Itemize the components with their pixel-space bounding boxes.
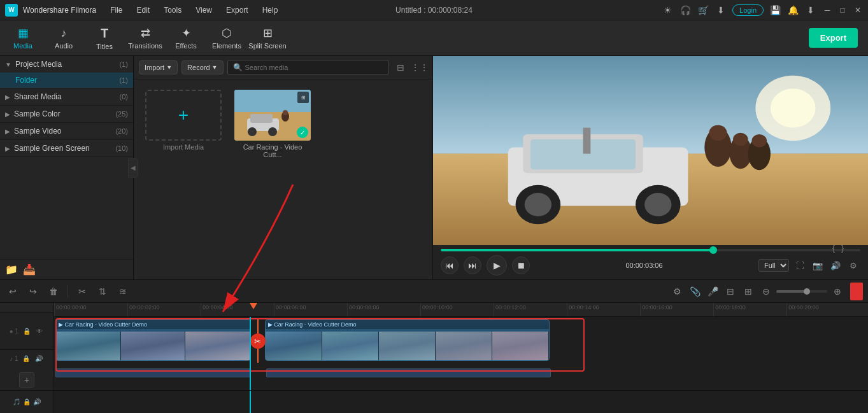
menu-edit[interactable]: Edit <box>134 4 153 16</box>
section-header-sample-video[interactable]: ▶ Sample Video (20) <box>0 123 133 139</box>
settings-icon[interactable]: ⚙ <box>669 284 685 299</box>
toolbar-split-screen[interactable]: ⊞ Split Screen <box>247 22 288 55</box>
audio-lock: 🔒 <box>23 398 31 405</box>
import-media-item[interactable]: + Import Media <box>139 85 228 156</box>
thumb-check-icon: ✓ <box>297 127 308 138</box>
step-back-button[interactable]: ⏭ <box>464 256 481 274</box>
cut-button[interactable]: ✂ <box>75 284 90 299</box>
grid-view-icon[interactable]: ⋮⋮ <box>412 60 427 75</box>
clip-2-label: ▶ Car Racing - Video Cutter Demo <box>266 320 549 329</box>
timeline-icon[interactable]: ⊟ <box>723 284 738 299</box>
mic-icon[interactable]: 🎤 <box>705 284 720 299</box>
save-icon[interactable]: 💾 <box>769 4 781 17</box>
section-header-shared-media[interactable]: ▶ Shared Media (0) <box>0 88 133 105</box>
clip-1[interactable]: ▶ Car Racing - Video Cutter Demo <box>55 319 251 361</box>
effects-toolbar-label: Effects <box>175 42 196 50</box>
progress-track[interactable]: { } <box>441 249 860 251</box>
section-header-sample-green-screen[interactable]: ▶ Sample Green Screen (10) <box>0 140 133 157</box>
audio-mute-icon[interactable]: 🔊 <box>34 353 44 363</box>
minimize-button[interactable]: ─ <box>822 5 832 15</box>
toolbar-audio[interactable]: ♪ Audio <box>43 22 84 55</box>
waveform-button[interactable]: ≋ <box>115 284 131 299</box>
new-folder-icon[interactable]: 📁 <box>5 263 18 276</box>
menu-file[interactable]: File <box>108 4 125 16</box>
shared-media-count: (0) <box>120 93 128 101</box>
search-input[interactable] <box>245 64 384 71</box>
eye-icon[interactable]: 👁 <box>34 326 45 336</box>
section-sample-video: ▶ Sample Video (20) <box>0 123 133 140</box>
search-icon: 🔍 <box>233 63 243 72</box>
delete-button[interactable]: 🗑 <box>46 284 61 299</box>
progress-fill <box>441 249 713 251</box>
ruler-mark-1: 00:00:02:00 <box>127 303 160 316</box>
menu-help[interactable]: Help <box>260 4 281 16</box>
headphone-icon[interactable]: 🎧 <box>679 4 692 17</box>
plus-zoom-icon[interactable]: ⊕ <box>830 284 845 299</box>
svg-point-10 <box>771 88 816 127</box>
sun-icon[interactable]: ☀ <box>661 4 674 17</box>
menu-export[interactable]: Export <box>224 4 251 16</box>
title-bar: W Wondershare Filmora File Edit Tools Vi… <box>0 0 868 20</box>
section-header-sample-color[interactable]: ▶ Sample Color (25) <box>0 106 133 122</box>
download-icon[interactable]: ⬇ <box>715 4 727 17</box>
marker-button[interactable] <box>850 283 863 300</box>
record-button[interactable]: Record ▼ <box>181 60 223 74</box>
panel-bottom-controls: 📁 📥 <box>0 259 133 279</box>
import-icon[interactable]: 📥 <box>23 263 36 276</box>
login-button[interactable]: Login <box>732 4 764 16</box>
close-button[interactable]: ✕ <box>853 5 863 15</box>
clip-2[interactable]: ▶ Car Racing - Video Cutter Demo <box>265 319 550 361</box>
overlay-icon[interactable]: ⊞ <box>741 284 756 299</box>
left-panel: ▼ Project Media (1) Folder (1) ▶ Shared … <box>0 56 134 279</box>
toolbar-elements[interactable]: ⬡ Elements <box>206 22 247 55</box>
export-button[interactable]: Export <box>809 28 858 48</box>
toolbar-transitions[interactable]: ⇄ Transitions <box>125 22 166 55</box>
preview-panel: { } ⏮ ⏭ ▶ ⏹ 00:00:03:06 Full 1/2 1/4 <box>433 56 868 279</box>
svg-point-5 <box>268 127 277 136</box>
skip-back-button[interactable]: ⏮ <box>441 256 459 274</box>
menu-tools[interactable]: Tools <box>161 4 184 16</box>
import-button[interactable]: Import ▼ <box>139 60 178 74</box>
video-track: ▶ Car Racing - Video Cutter Demo ✂ <box>54 319 868 363</box>
audio-track-body <box>54 391 868 413</box>
maximize-button[interactable]: □ <box>837 5 848 15</box>
import-media-box[interactable]: + <box>145 90 222 141</box>
download2-icon[interactable]: ⬇ <box>804 4 817 17</box>
media-item-car-racing[interactable]: ⊞ ✓ Car Racing - Video Cutt... <box>228 85 317 164</box>
clip-icon[interactable]: 📎 <box>687 284 702 299</box>
notification-icon[interactable]: 🔔 <box>786 4 799 17</box>
minus-icon[interactable]: ⊖ <box>758 284 774 299</box>
undo-button[interactable]: ↩ <box>5 284 20 299</box>
toolbar-titles[interactable]: T Titles <box>84 22 125 55</box>
preview-image <box>433 56 868 245</box>
progress-thumb[interactable] <box>709 246 717 254</box>
search-box[interactable]: 🔍 <box>227 60 390 75</box>
elements-toolbar-icon: ⬡ <box>222 26 232 40</box>
folder-item[interactable]: Folder (1) <box>0 73 133 88</box>
add-track-button[interactable]: + <box>19 372 34 388</box>
play-button[interactable]: ▶ <box>487 255 507 276</box>
quality-select[interactable]: Full 1/2 1/4 <box>758 259 789 272</box>
stop-button[interactable]: ⏹ <box>512 256 530 274</box>
toolbar-effects[interactable]: ✦ Effects <box>166 22 206 55</box>
screenshot-icon[interactable]: 📷 <box>811 258 825 272</box>
menu-view[interactable]: View <box>193 4 215 16</box>
fullscreen-icon[interactable]: ⛶ <box>793 258 807 272</box>
filter-icon[interactable]: ⊟ <box>393 60 408 75</box>
track-body[interactable]: ▶ Car Racing - Video Cutter Demo ✂ <box>54 317 868 390</box>
cart-icon[interactable]: 🛒 <box>697 4 709 17</box>
audio-lock-icon[interactable]: 🔒 <box>21 353 31 363</box>
playback-right: Full 1/2 1/4 ⛶ 📷 🔊 ⚙ <box>758 258 860 272</box>
lock-icon[interactable]: 🔒 <box>22 326 32 336</box>
app-name: Wondershare Filmora <box>23 6 96 15</box>
section-header-project-media[interactable]: ▼ Project Media (1) <box>0 56 133 73</box>
volume-icon[interactable]: 🔊 <box>829 258 843 272</box>
toolbar-media[interactable]: ▦ Media <box>3 22 43 55</box>
panel-collapse-button[interactable]: ◀ <box>128 158 138 178</box>
zoom-slider[interactable] <box>776 290 827 293</box>
adjust-button[interactable]: ⇅ <box>95 284 110 299</box>
redo-button[interactable]: ↪ <box>25 284 41 299</box>
media-toolbar-icon: ▦ <box>18 26 29 40</box>
timeline-ruler: 00:00:00:00 00:00:02:00 00:00:04:00 00:0… <box>54 303 868 317</box>
settings2-icon[interactable]: ⚙ <box>846 258 860 272</box>
